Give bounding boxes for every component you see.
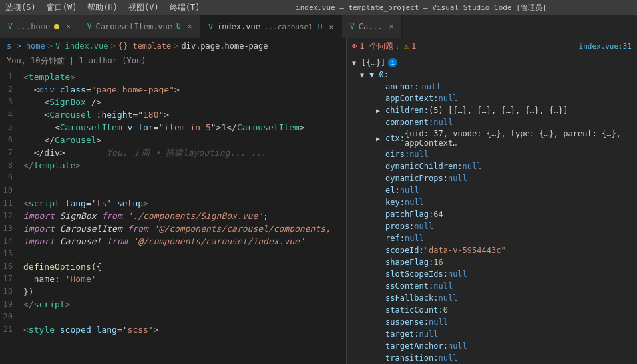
crumb-template: {} template bbox=[118, 41, 171, 51]
tree-val: null bbox=[405, 234, 424, 243]
tree-val: null bbox=[400, 186, 419, 195]
menu-item-view[interactable]: 视图(V) bbox=[128, 2, 159, 13]
tree-item-dynamicchildren[interactable]: dynamicChildren: null bbox=[347, 160, 637, 172]
code-editor[interactable]: 1 <template> 2 <div class="page home-pag… bbox=[0, 68, 346, 364]
vue-icon: V bbox=[8, 22, 13, 31]
tree-item-staticcount[interactable]: staticCount: 0 bbox=[347, 304, 637, 316]
tree-item-children[interactable]: children: (5) [{…}, {…}, {…}, {…}, {…}] bbox=[347, 104, 637, 116]
tree-root-label: [{…}] bbox=[361, 58, 385, 67]
breadcrumb-sep3: > bbox=[174, 41, 178, 51]
tabs-bar: V ...home ✕ V CarouselItem.vue U ✕ V ind… bbox=[0, 15, 637, 38]
tree-key: target: bbox=[385, 329, 419, 339]
tree-item-props[interactable]: props: null bbox=[347, 220, 637, 232]
tree-key: ref: bbox=[385, 234, 405, 243]
vue-icon: V bbox=[87, 22, 92, 31]
tree-val: null bbox=[438, 94, 457, 103]
tree-item-scopeid[interactable]: scopeId: "data-v-5954443c" bbox=[347, 244, 637, 256]
code-line-15: 15 bbox=[0, 248, 346, 260]
tree-key: ctx: bbox=[385, 134, 405, 143]
tree-arrow[interactable] bbox=[360, 71, 368, 79]
debug-tree[interactable]: [{…}] i ▼ 0: anchor: null appC bbox=[347, 54, 637, 364]
breadcrumb-sep2: > bbox=[111, 41, 116, 51]
tree-root[interactable]: [{…}] i bbox=[347, 57, 637, 69]
crumb-vue: V index.vue bbox=[55, 41, 108, 51]
tree-item-targetanchor[interactable]: targetAnchor: null bbox=[347, 340, 637, 352]
code-line-4: 4 <Carousel :height="180"> bbox=[0, 108, 346, 121]
menu-item-terminal[interactable]: 终端(T) bbox=[170, 2, 200, 13]
tree-val: null bbox=[438, 293, 457, 303]
code-line-16: 16 defineOptions({ bbox=[0, 260, 346, 273]
tab-ca[interactable]: V Ca... ✕ bbox=[342, 15, 402, 38]
tree-key: anchor: bbox=[385, 82, 419, 91]
author-hint: You, 10分钟前 | 1 author (You) bbox=[0, 54, 346, 68]
code-line-11: 11 <script lang='ts' setup> bbox=[0, 197, 346, 210]
tree-item-target[interactable]: target: null bbox=[347, 328, 637, 340]
tree-item-component[interactable]: component: null bbox=[347, 116, 637, 128]
tree-key: props: bbox=[385, 222, 414, 231]
code-line-2: 2 <div class="page home-page"> bbox=[0, 83, 346, 96]
code-line-6: 6 </Carousel> bbox=[0, 134, 346, 146]
tab-close-button[interactable]: ✕ bbox=[188, 22, 192, 31]
menu-item-window[interactable]: 窗口(W) bbox=[47, 2, 77, 13]
tab-carouselitem[interactable]: V CarouselItem.vue U ✕ bbox=[79, 15, 200, 38]
tree-val: null bbox=[438, 353, 457, 363]
tree-item-key[interactable]: key: null bbox=[347, 196, 637, 208]
tab-label: CarouselItem.vue bbox=[95, 22, 172, 31]
breadcrumb-sep1: > bbox=[48, 41, 53, 51]
tree-item-ctx[interactable]: ctx: {uid: 37, vnode: {…}, type: {…}, pa… bbox=[347, 128, 637, 148]
tree-key: dynamicProps: bbox=[385, 174, 448, 183]
tree-item-appcontext[interactable]: appContext: null bbox=[347, 92, 637, 104]
tree-arrow[interactable] bbox=[352, 59, 360, 67]
tree-arrow[interactable] bbox=[376, 135, 384, 142]
tab-label: Ca... bbox=[359, 22, 383, 31]
error-count: 1 个问题： bbox=[359, 41, 401, 52]
tree-item-transition[interactable]: transition: null bbox=[347, 352, 637, 364]
error-badge: ⊗ 1 个问题： ⚠ 1 bbox=[352, 41, 416, 52]
tree-key: dirs: bbox=[385, 150, 409, 159]
tree-item-ssfallback[interactable]: ssFallback: null bbox=[347, 292, 637, 304]
tree-item-patchflag[interactable]: patchFlag: 64 bbox=[347, 208, 637, 220]
tree-key: scopeId: bbox=[385, 246, 424, 255]
tree-item-anchor[interactable]: anchor: null bbox=[347, 81, 637, 92]
tab-home[interactable]: V ...home ✕ bbox=[0, 15, 79, 38]
tree-item-sscontent[interactable]: ssContent: null bbox=[347, 280, 637, 292]
code-line-20: 20 bbox=[0, 311, 346, 323]
code-line-5: 5 <CarouselItem v-for="item in 5">1</Car… bbox=[0, 121, 346, 134]
file-link[interactable]: index.vue:31 bbox=[579, 42, 632, 51]
tab-label: ...home bbox=[17, 22, 51, 31]
tree-val: null bbox=[448, 174, 467, 183]
tab-close-button[interactable]: ✕ bbox=[389, 22, 394, 31]
vue-icon: V bbox=[350, 22, 355, 31]
tree-item-dynamicprops[interactable]: dynamicProps: null bbox=[347, 172, 637, 184]
tree-key: children: bbox=[385, 106, 429, 115]
author-text: You, 10分钟前 | 1 author (You) bbox=[7, 56, 146, 65]
tree-item-suspense[interactable]: suspense: null bbox=[347, 316, 637, 328]
info-icon: i bbox=[388, 58, 397, 67]
tree-item-el[interactable]: el: null bbox=[347, 184, 637, 196]
tab-label: index.vue bbox=[217, 22, 260, 31]
tree-item-shapeflag[interactable]: shapeFlag: 16 bbox=[347, 256, 637, 268]
error-icon: ⊗ bbox=[352, 41, 357, 51]
tree-item-slotscopeids[interactable]: slotScopeIds: null bbox=[347, 268, 637, 280]
menu-item-options[interactable]: 选项(S) bbox=[5, 2, 36, 13]
tab-close-button[interactable]: ✕ bbox=[329, 23, 333, 31]
tree-key: component: bbox=[385, 118, 433, 127]
code-line-10: 10 bbox=[0, 184, 346, 197]
tab-path: ...carousel bbox=[264, 23, 313, 31]
tab-close-button[interactable]: ✕ bbox=[66, 22, 71, 31]
menu-item-help[interactable]: 帮助(H) bbox=[87, 2, 118, 13]
crumb-home: s > home bbox=[7, 41, 45, 51]
code-line-12: 12 import SignBox from './components/Sig… bbox=[0, 210, 346, 222]
tab-index-vue[interactable]: V index.vue ...carousel U ✕ bbox=[200, 15, 342, 38]
tree-arrow[interactable] bbox=[376, 107, 384, 114]
tree-val: null bbox=[433, 281, 453, 291]
modified-dot bbox=[54, 24, 59, 29]
tree-val: null bbox=[433, 118, 453, 127]
tree-item-0[interactable]: ▼ 0: bbox=[347, 69, 637, 81]
tree-item-dirs[interactable]: dirs: null bbox=[347, 148, 637, 160]
tree-val: null bbox=[448, 341, 467, 351]
tree-val: null bbox=[414, 222, 433, 231]
tree-key: ssFallback: bbox=[385, 293, 438, 303]
code-line-18: 18 }) bbox=[0, 285, 346, 298]
tree-item-ref[interactable]: ref: null bbox=[347, 232, 637, 244]
